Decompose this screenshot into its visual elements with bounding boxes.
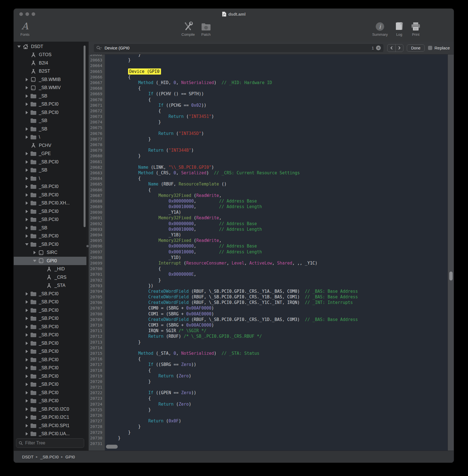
tree-item-sbwmib[interactable]: _SB.WMIB [14,75,86,84]
tree-item-sbpci0[interactable]: _SB.PCI0 [14,364,86,372]
done-button[interactable]: Done [407,44,424,52]
title-bar[interactable]: dsdt.aml [14,9,454,19]
disclosure-triangle[interactable] [24,300,29,304]
disclosure-triangle[interactable] [24,309,29,312]
tree-item-sbpci0[interactable]: _SB.PCI0 [14,240,86,249]
compile-button[interactable]: Compile [181,21,195,37]
tree-item-sbpci0[interactable]: _SB.PCI0 [14,158,86,166]
tree-item-sbpci0spi1[interactable]: _SB.PCI0.SPI1 [14,422,86,430]
disclosure-triangle[interactable] [24,432,29,435]
tree-item-sirc[interactable]: SIRC [14,249,86,257]
code-editor[interactable]: 20662 }20663 }2066420665 Device (GPI0206… [89,54,454,451]
disclosure-triangle[interactable] [32,260,37,262]
disclosure-triangle[interactable] [24,333,29,337]
clear-search-icon[interactable]: ✕ [376,46,381,50]
breadcrumb-item[interactable]: _SB.PCI0 [40,454,59,459]
disclosure-triangle[interactable] [24,325,29,329]
disclosure-triangle[interactable] [32,251,37,254]
disclosure-triangle[interactable] [24,234,29,238]
tree-item-gpi0[interactable]: GPI0 [14,257,86,265]
tree-item-b2i4[interactable]: B2I4 [14,59,86,67]
tree-item-sbpci0[interactable]: _SB.PCI0 [14,323,86,331]
disclosure-triangle[interactable] [24,243,29,246]
filter-tree-field[interactable] [16,438,84,448]
tree-item-sb[interactable]: _SB [14,125,86,133]
tree-item-sbpci0[interactable]: _SB.PCI0 [14,298,86,306]
tree-item-sbpci0i2c0[interactable]: _SB.PCI0.I2C0 [14,405,86,413]
tree-item-b2st[interactable]: B2ST [14,67,86,76]
disclosure-triangle[interactable] [24,366,29,370]
tree-item-sbpci0[interactable]: _SB.PCI0 [14,232,86,241]
tree-item-sb[interactable]: _SB [14,166,86,175]
tree-item-sbpci0[interactable]: _SB.PCI0 [14,216,86,224]
tree-item-sbpci0[interactable]: _SB.PCI0 [14,100,86,109]
tree-item-sta[interactable]: _STA [14,282,86,290]
editor-vertical-scrollbar[interactable] [448,54,454,451]
disclosure-triangle[interactable] [24,185,29,188]
disclosure-triangle[interactable] [16,46,22,48]
tree-item-sb[interactable]: _SB [14,117,86,125]
disclosure-triangle[interactable] [24,86,29,89]
log-button[interactable]: Log [394,21,404,37]
find-input[interactable] [104,45,369,51]
tree-item-sbpci0[interactable]: _SB.PCI0 [14,207,86,216]
tree-item-crs[interactable]: _CRS [14,273,86,282]
disclosure-triangle[interactable] [24,152,29,155]
disclosure-triangle[interactable] [24,168,29,172]
disclosure-triangle[interactable] [24,358,29,361]
tree-item-sbpci0[interactable]: _SB.PCI0 [14,191,86,199]
tree-item-sbpci0[interactable]: _SB.PCI0 [14,315,86,323]
tree-item-dsdt[interactable]: DSDT [14,42,86,51]
tree-item-sbpci0[interactable]: _SB.PCI0 [14,339,86,348]
tree-item-sbpci0[interactable]: _SB.PCI0 [14,372,86,380]
tree-item-[interactable]: \ [14,133,86,142]
tree-item-sbpci0ua[interactable]: _SB.PCI0.UA... [14,430,86,437]
disclosure-triangle[interactable] [24,226,29,230]
tree-item-gtos[interactable]: GTOS [14,51,86,59]
tree-item-sbpci0xh[interactable]: _SB.PCI0.XH... [14,199,86,208]
disclosure-triangle[interactable] [24,193,29,197]
disclosure-triangle[interactable] [24,94,29,98]
print-button[interactable]: Print [411,21,421,37]
disclosure-triangle[interactable] [24,218,29,221]
disclosure-triangle[interactable] [24,317,29,320]
disclosure-triangle[interactable] [24,350,29,353]
disclosure-triangle[interactable] [24,399,29,403]
tree-item-sbpci0[interactable]: _SB.PCI0 [14,389,86,397]
breadcrumb-item[interactable]: DSDT [22,454,34,459]
vertical-scrollbar-thumb[interactable] [449,272,453,280]
pane-divider[interactable] [86,42,89,451]
sidebar-scrollbar-thumb[interactable] [84,46,86,227]
disclosure-triangle[interactable] [24,424,29,427]
summary-button[interactable]: i Summary [372,21,388,37]
disclosure-triangle[interactable] [24,391,29,394]
disclosure-triangle[interactable] [24,375,29,378]
disclosure-triangle[interactable] [24,408,29,411]
disclosure-triangle[interactable] [24,292,29,296]
tree-item-sbpci0[interactable]: _SB.PCI0 [14,306,86,315]
find-next-button[interactable] [395,44,403,52]
tree-item-sbpci0[interactable]: _SB.PCI0 [14,183,86,191]
replace-checkbox[interactable] [428,46,432,50]
tree-item-sbpci0[interactable]: _SB.PCI0 [14,397,86,405]
find-previous-button[interactable] [387,44,395,52]
tree-item-sbwmiv[interactable]: _SB.WMIV [14,84,86,92]
tree-item-sb[interactable]: _SB [14,92,86,100]
disclosure-triangle[interactable] [24,210,29,213]
horizontal-scrollbar-thumb[interactable] [106,445,118,449]
tree-item-sbpci0[interactable]: _SB.PCI0 [14,331,86,339]
tree-item-pchv[interactable]: PCHV [14,141,86,150]
find-field[interactable]: 1 ✕ [93,44,384,53]
disclosure-triangle[interactable] [24,78,29,81]
tree-item-sbpci0[interactable]: _SB.PCI0 [14,108,86,117]
tree-item-sbpci0[interactable]: _SB.PCI0 [14,356,86,364]
disclosure-triangle[interactable] [24,111,29,114]
disclosure-triangle[interactable] [24,160,29,164]
divider-handle-icon[interactable] [86,245,89,247]
disclosure-triangle[interactable] [24,201,29,205]
tree-item-sbpci0[interactable]: _SB.PCI0 [14,290,86,298]
tree-item-hid[interactable]: _HID [14,265,86,273]
tree-item-sbpci0i2c1[interactable]: _SB.PCI0.I2C1 [14,413,86,422]
disclosure-triangle[interactable] [24,103,29,106]
tree-item-sbpci0[interactable]: _SB.PCI0 [14,380,86,389]
